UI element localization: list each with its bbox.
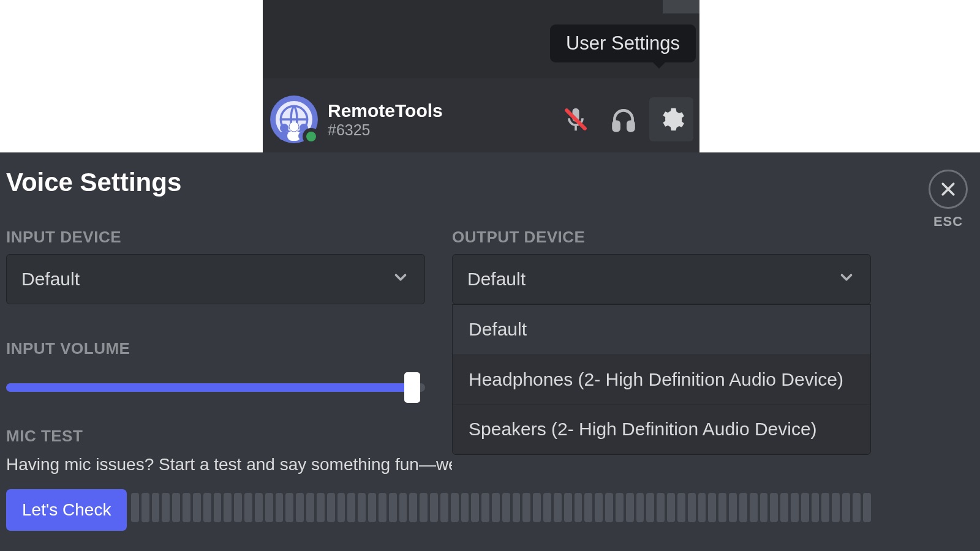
mic-meter-bar: [616, 493, 624, 522]
mic-test-button[interactable]: Let's Check: [6, 489, 127, 531]
mic-meter-bar: [667, 493, 675, 522]
close-icon: [939, 180, 957, 198]
mic-meter-bar: [430, 493, 438, 522]
mic-meter-bar: [564, 493, 572, 522]
mic-meter-bar: [750, 493, 758, 522]
user-settings-button[interactable]: [649, 97, 693, 141]
mic-meter-bar: [554, 493, 562, 522]
deafen-button[interactable]: [601, 97, 646, 141]
dropdown-option[interactable]: Headphones (2- High Definition Audio Dev…: [453, 354, 870, 405]
mic-meter-bar: [708, 493, 716, 522]
mic-meter-bar: [801, 493, 809, 522]
chevron-down-icon: [391, 268, 410, 291]
mic-meter-bar: [224, 493, 232, 522]
mic-meter-bar: [131, 493, 139, 522]
input-device-value: Default: [21, 269, 80, 290]
mic-meter-bar: [368, 493, 376, 522]
mic-meter-bar: [584, 493, 592, 522]
mic-meter-bar: [471, 493, 479, 522]
mic-meter-bar: [440, 493, 448, 522]
mic-meter-bar: [729, 493, 737, 522]
mic-meter-bar: [193, 493, 201, 522]
mic-meter-bar: [276, 493, 284, 522]
mic-meter-bar: [853, 493, 861, 522]
mic-meter-bar: [842, 493, 850, 522]
close-button[interactable]: [929, 170, 968, 209]
mic-meter-bar: [172, 493, 180, 522]
mic-meter-bar: [244, 493, 252, 522]
mic-meter-bar: [739, 493, 747, 522]
scrollbar-stub: [663, 0, 699, 13]
mic-meter-bar: [183, 493, 190, 522]
slider-thumb[interactable]: [404, 372, 420, 403]
mic-meter-bar: [688, 493, 696, 522]
mic-meter-bar: [543, 493, 551, 522]
mic-meter-bar: [358, 493, 366, 522]
mic-meter-bar: [646, 493, 654, 522]
mic-meter-bar: [812, 493, 820, 522]
close-group: ESC: [929, 170, 968, 230]
output-device-value: Default: [467, 269, 526, 290]
mic-meter-bar: [636, 493, 644, 522]
mic-meter-bar: [522, 493, 530, 522]
mic-meter-bar: [409, 493, 417, 522]
mute-mic-button[interactable]: [554, 97, 598, 141]
input-device-select[interactable]: Default: [6, 254, 425, 304]
chevron-down-icon: [837, 268, 856, 291]
mic-meter-bar: [492, 493, 500, 522]
mic-meter-bar: [317, 493, 325, 522]
mic-meter-bar: [698, 493, 706, 522]
mic-meter-bar: [502, 493, 510, 522]
headphones-icon: [610, 106, 637, 133]
mic-meter-bar: [399, 493, 407, 522]
mic-meter-bar: [296, 493, 304, 522]
mic-meter-bar: [234, 493, 242, 522]
mic-test-help: Having mic issues? Start a test and say …: [6, 455, 452, 474]
mic-test-label: MIC TEST: [6, 427, 83, 446]
mic-meter-bar: [791, 493, 799, 522]
mic-meter-bar: [575, 493, 582, 522]
mic-meter-bar: [513, 493, 521, 522]
mic-meter-bar: [203, 493, 211, 522]
svg-point-1: [280, 124, 288, 132]
output-device-select[interactable]: Default: [452, 254, 871, 304]
username: RemoteTools: [328, 100, 443, 122]
tooltip-text: User Settings: [566, 32, 680, 54]
mic-meter-bar: [265, 493, 273, 522]
mic-meter-bar: [780, 493, 788, 522]
esc-label: ESC: [933, 214, 963, 230]
mic-meter-bar: [677, 493, 685, 522]
mic-meter-bar: [420, 493, 428, 522]
mic-meter-bar: [347, 493, 355, 522]
input-device-label: INPUT DEVICE: [6, 228, 121, 247]
user-settings-tooltip: User Settings: [550, 24, 696, 62]
mic-meter-bar: [533, 493, 541, 522]
dropdown-option[interactable]: Default: [453, 305, 870, 354]
mic-meter-bar: [863, 493, 871, 522]
mic-meter-bar: [451, 493, 459, 522]
user-row: RemoteTools #6325: [263, 86, 699, 152]
user-controls: [554, 97, 699, 141]
mic-meter-bar: [162, 493, 170, 522]
mic-meter-bar: [657, 493, 665, 522]
dropdown-option[interactable]: Speakers (2- High Definition Audio Devic…: [453, 404, 870, 454]
mic-meter-bar: [389, 493, 397, 522]
status-online-icon: [303, 128, 320, 145]
mic-meter-bar: [214, 493, 222, 522]
mic-meter-bar: [327, 493, 335, 522]
mic-meter-bar: [770, 493, 778, 522]
user-discriminator: #6325: [328, 122, 443, 139]
output-device-label: OUTPUT DEVICE: [452, 228, 585, 247]
input-volume-slider[interactable]: [6, 375, 425, 400]
mic-meter-bar: [461, 493, 469, 522]
mic-meter-bar: [141, 493, 149, 522]
mic-meter-bar: [379, 493, 386, 522]
slider-fill: [6, 383, 412, 392]
svg-rect-9: [614, 122, 619, 131]
mic-meter-bar: [337, 493, 345, 522]
avatar[interactable]: [270, 96, 318, 143]
mic-meter-bar: [481, 493, 489, 522]
mic-level-meter: [131, 493, 871, 522]
svg-rect-10: [628, 122, 633, 131]
mic-meter-bar: [718, 493, 726, 522]
